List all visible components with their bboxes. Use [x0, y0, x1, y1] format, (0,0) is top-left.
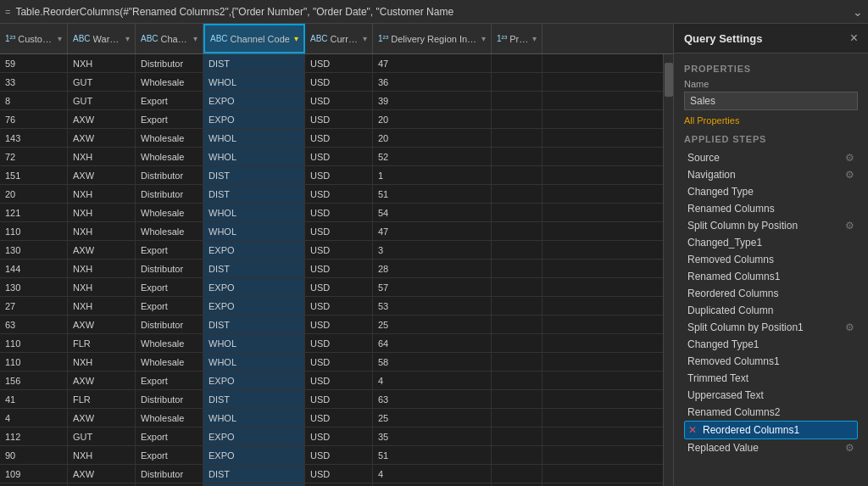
step-reordered_columns[interactable]: Reordered Columns	[684, 285, 858, 302]
step-left-changed_type1: Changed_Type1	[687, 237, 762, 249]
step-changed_type[interactable]: Changed Type	[684, 183, 858, 200]
table-row[interactable]: 72NXHWholesaleWHOLUSD52	[0, 148, 663, 166]
table-cell-cni: 72	[0, 148, 68, 165]
step-reordered_columns1[interactable]: ✕Reordered Columns1	[684, 421, 858, 439]
col-filter-icon-ch[interactable]: ▾	[193, 34, 198, 43]
col-filter-icon-cur[interactable]: ▾	[363, 34, 367, 43]
step-renamed_columns2[interactable]: Renamed Columns2	[684, 404, 858, 421]
formula-expand-icon[interactable]: ⌄	[853, 5, 863, 19]
col-filter-icon-cc[interactable]: ▾	[294, 34, 298, 43]
step-renamed_columns1[interactable]: Renamed Columns1	[684, 268, 858, 285]
table-cell-wh: NXH	[68, 148, 136, 165]
step-uppercased_text[interactable]: Uppercased Text	[684, 387, 858, 404]
table-cell-wh: GUT	[68, 73, 136, 91]
table-row[interactable]: 130AXWExportEXPOUSD3	[0, 241, 663, 260]
table-row[interactable]: 27NXHExportEXPOUSD53	[0, 297, 663, 316]
col-header-cc[interactable]: ABCChannel Code▾	[203, 24, 305, 53]
step-source[interactable]: Source⚙	[684, 149, 858, 166]
table-cell-cni: 41	[0, 390, 68, 408]
table-cell-cc: EXPO	[203, 92, 305, 109]
step-split_col_pos[interactable]: Split Column by Position⚙	[684, 217, 858, 234]
close-icon[interactable]: ×	[850, 31, 858, 46]
table-row[interactable]: 156AXWExportEXPOUSD4	[0, 371, 663, 390]
col-filter-icon-cni[interactable]: ▾	[58, 34, 62, 43]
table-row[interactable]: 110NXHWholesaleWHOLUSD58	[0, 353, 663, 371]
table-cell-dri: 64	[373, 334, 492, 352]
table-cell-ch: Distributor	[136, 166, 203, 184]
step-changed_type1b[interactable]: Changed Type1	[684, 336, 858, 353]
table-row[interactable]: 41FLRDistributorDISTUSD63	[0, 390, 663, 409]
step-changed_type1[interactable]: Changed_Type1	[684, 234, 858, 251]
table-cell-ch: Wholesale	[136, 148, 203, 165]
table-cell-cni: 110	[0, 222, 68, 240]
step-gear-icon-split_col_pos1[interactable]: ⚙	[845, 321, 854, 333]
table-cell-dri: 58	[373, 353, 492, 371]
table-row[interactable]: 144NXHDistributorDISTUSD28	[0, 260, 663, 278]
table-row[interactable]: 33GUTWholesaleWHOLUSD36	[0, 73, 663, 92]
table-cell-ch: Export	[136, 446, 203, 464]
table-row[interactable]: 143AXWWholesaleWHOLUSD20	[0, 129, 663, 148]
step-gear-icon-source[interactable]: ⚙	[845, 152, 854, 164]
table-cell-wh: NXH	[68, 278, 136, 296]
table-cell-cc: EXPO	[203, 427, 305, 445]
col-header-prod[interactable]: 1²³Product▾	[492, 24, 542, 53]
table-row[interactable]: 4AXWWholesaleWHOLUSD25	[0, 409, 663, 427]
col-filter-icon-dri[interactable]: ▾	[481, 34, 486, 43]
table-cell-cni: 130	[0, 278, 68, 296]
table-cell-cur: USD	[305, 409, 373, 427]
col-header-cni[interactable]: 1²³Customer Name Index▾	[0, 24, 68, 53]
step-left-split_col_pos1: Split Column by Position1	[687, 321, 804, 333]
step-removed_columns[interactable]: Removed Columns	[684, 251, 858, 268]
table-row[interactable]: 151AXWDistributorDISTUSD1	[0, 166, 663, 185]
table-cell-wh: AXW	[68, 371, 136, 389]
table-row[interactable]: 109AXWDistributorDISTUSD4	[0, 465, 663, 483]
table-cell-ch: Distributor	[136, 185, 203, 203]
table-cell-prod	[492, 204, 542, 221]
table-body[interactable]: 59NXHDistributorDISTUSD4733GUTWholesaleW…	[0, 54, 663, 486]
table-row[interactable]: 110NXHWholesaleWHOLUSD47	[0, 222, 663, 241]
col-type-icon-wh: ABC	[73, 34, 91, 43]
table-row[interactable]: 112GUTExportEXPOUSD35	[0, 427, 663, 446]
table-row[interactable]: 59NXHDistributorDISTUSD47	[0, 54, 663, 73]
table-cell-cc: EXPO	[203, 241, 305, 259]
table-cell-prod	[492, 390, 542, 408]
table-row[interactable]: 110FLRWholesaleWHOLUSD64	[0, 334, 663, 353]
table-cell-cc: WHOL	[203, 353, 305, 371]
table-cell-ch: Wholesale	[136, 222, 203, 240]
col-header-wh[interactable]: ABCWarehouse▾	[68, 24, 136, 53]
table-cell-ch: Distributor	[136, 390, 203, 408]
table-cell-prod	[492, 222, 542, 240]
table-row[interactable]: 8GUTExportEXPOUSD39	[0, 92, 663, 110]
col-type-icon-prod: 1²³	[497, 34, 507, 43]
table-cell-prod	[492, 92, 542, 109]
name-input[interactable]	[684, 92, 858, 110]
table-row[interactable]: 76AXWExportEXPOUSD20	[0, 110, 663, 129]
table-cell-dri: 47	[373, 222, 492, 240]
step-gear-icon-split_col_pos[interactable]: ⚙	[845, 220, 854, 232]
table-cell-prod	[492, 166, 542, 184]
step-duplicated_column[interactable]: Duplicated Column	[684, 302, 858, 319]
table-row[interactable]: 121NXHWholesaleWHOLUSD54	[0, 204, 663, 222]
all-properties-link[interactable]: All Properties	[684, 115, 858, 126]
step-label-renamed_columns: Renamed Columns	[687, 203, 775, 215]
table-cell-cc: DIST	[203, 185, 305, 203]
step-split_col_pos1[interactable]: Split Column by Position1⚙	[684, 319, 858, 336]
table-cell-prod	[492, 297, 542, 315]
col-header-ch[interactable]: ABCChannel▾	[136, 24, 203, 53]
step-renamed_columns[interactable]: Renamed Columns	[684, 200, 858, 217]
step-replaced_value[interactable]: Replaced Value⚙	[684, 439, 858, 456]
step-gear-icon-navigation[interactable]: ⚙	[845, 169, 854, 181]
table-row[interactable]: 130NXHExportEXPOUSD57	[0, 278, 663, 297]
step-removed_columns1[interactable]: Removed Columns1	[684, 353, 858, 370]
col-filter-icon-wh[interactable]: ▾	[125, 34, 130, 43]
table-row[interactable]: 20NXHDistributorDISTUSD51	[0, 185, 663, 204]
step-trimmed_text[interactable]: Trimmed Text	[684, 370, 858, 387]
table-row[interactable]: 90NXHExportEXPOUSD51	[0, 446, 663, 465]
step-gear-icon-replaced_value[interactable]: ⚙	[845, 442, 854, 454]
table-cell-cur: USD	[305, 129, 373, 147]
table-row[interactable]: 63AXWDistributorDISTUSD25	[0, 316, 663, 334]
col-filter-icon-prod[interactable]: ▾	[532, 34, 537, 43]
col-header-cur[interactable]: ABCCurrency▾	[305, 24, 373, 53]
col-header-dri[interactable]: 1²³Delivery Region Index▾	[373, 24, 492, 53]
step-navigation[interactable]: Navigation⚙	[684, 166, 858, 183]
